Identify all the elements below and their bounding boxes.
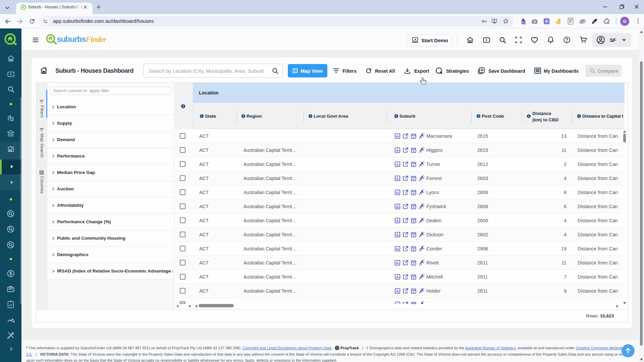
svg-text:31: 31 <box>522 21 525 24</box>
